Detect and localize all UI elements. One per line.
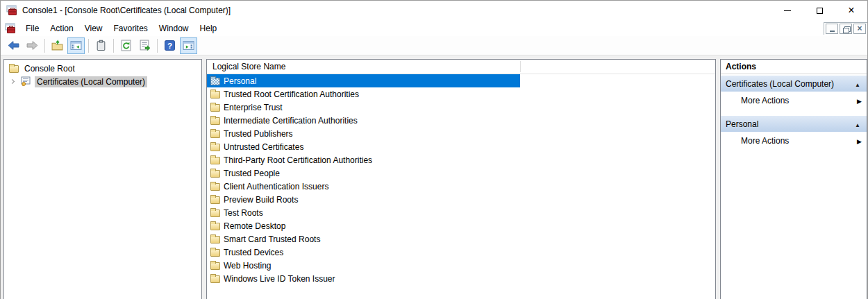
list-item-label: Client Authentication Issuers	[224, 182, 328, 191]
list-item[interactable]: Smart Card Trusted Roots	[207, 232, 520, 246]
column-header-label: Logical Store Name	[212, 62, 285, 71]
actions-section-certificates: Certificates (Local Computer) More Actio…	[721, 76, 867, 110]
list-item[interactable]: Remote Desktop	[207, 219, 520, 232]
minimize-button[interactable]	[771, 1, 803, 20]
show-hide-console-tree-button[interactable]	[67, 37, 85, 54]
folder-icon	[210, 249, 220, 257]
list-item-label: Untrusted Certificates	[224, 142, 303, 152]
folder-icon	[210, 262, 220, 270]
folder-icon	[210, 210, 220, 217]
more-actions-label: More Actions	[741, 136, 789, 146]
list-item[interactable]: Third-Party Root Certification Authoriti…	[207, 153, 520, 166]
list-item[interactable]: Preview Build Roots	[207, 193, 520, 206]
refresh-button[interactable]	[117, 37, 135, 54]
menu-file[interactable]: File	[20, 22, 44, 35]
folder-icon	[210, 236, 220, 244]
export-list-button[interactable]	[136, 37, 153, 54]
list-item-label: Web Hosting	[224, 261, 271, 271]
list-item-label: Third-Party Root Certification Authoriti…	[224, 155, 372, 165]
submenu-arrow-icon	[857, 136, 862, 146]
list-item-label: Smart Card Trusted Roots	[224, 234, 320, 244]
folder-icon	[210, 144, 220, 151]
child-restore-button[interactable]	[840, 24, 852, 34]
tree-item-console-root[interactable]: Console Root	[4, 62, 201, 75]
up-one-level-button[interactable]	[49, 37, 66, 54]
menu-favorites[interactable]: Favorites	[108, 22, 153, 35]
folder-icon	[210, 130, 220, 138]
refresh-icon	[120, 40, 132, 51]
list-item[interactable]: Trusted Publishers	[207, 127, 520, 140]
collapse-icon[interactable]	[855, 79, 860, 89]
mmc-app-icon	[6, 5, 17, 16]
toolbar-separator	[113, 39, 114, 53]
menu-action[interactable]: Action	[44, 22, 78, 35]
list-item[interactable]: Intermediate Certification Authorities	[207, 114, 520, 127]
toolbar-separator	[88, 39, 89, 53]
menu-help[interactable]: Help	[194, 22, 223, 35]
folder-up-icon	[51, 40, 63, 51]
list-item-label: Test Roots	[224, 208, 263, 218]
list-item[interactable]: Enterprise Trust	[207, 101, 520, 114]
close-icon	[848, 5, 854, 16]
actions-section-header-label: Personal	[726, 119, 758, 129]
list-item-label: Intermediate Certification Authorities	[224, 116, 358, 126]
tree-item-label: Certificates (Local Computer)	[35, 76, 147, 87]
list-item[interactable]: Web Hosting	[207, 259, 520, 272]
list-item[interactable]: Trusted Root Certification Authorities	[207, 87, 520, 101]
column-divider[interactable]	[520, 61, 521, 72]
list-item-label: Personal	[224, 76, 256, 86]
store-list-panel: Logical Store Name Personal Trusted Root…	[206, 59, 716, 299]
actions-section-header[interactable]: Certificates (Local Computer)	[721, 76, 867, 92]
folder-icon	[210, 275, 220, 283]
list-item[interactable]: Windows Live ID Token Issuer	[207, 272, 520, 285]
actions-section-personal: Personal More Actions	[721, 116, 867, 150]
child-window-controls	[824, 22, 867, 35]
menu-window[interactable]: Window	[153, 22, 194, 35]
actions-section-header[interactable]: Personal	[721, 116, 867, 132]
folder-icon	[210, 117, 220, 125]
mmc-child-icon	[5, 23, 16, 34]
tree-item-certificates[interactable]: Certificates (Local Computer)	[4, 75, 201, 88]
action-pane-icon	[183, 40, 194, 51]
list-item-label: Enterprise Trust	[224, 103, 283, 112]
maximize-icon	[817, 8, 823, 14]
list-item-label: Trusted Root Certification Authorities	[224, 89, 359, 99]
folder-icon	[210, 183, 220, 191]
show-hide-action-pane-button[interactable]	[180, 37, 197, 54]
toolbar-separator	[44, 39, 45, 53]
list-item-label: Preview Build Roots	[224, 195, 298, 205]
console-tree-panel: Console Root Certificates (Local Compute…	[3, 59, 202, 299]
menu-view[interactable]: View	[79, 22, 108, 35]
console-tree-icon	[70, 40, 82, 51]
help-button[interactable]: ?	[161, 37, 178, 54]
list-item[interactable]: Trusted Devices	[207, 246, 520, 259]
close-button[interactable]	[835, 1, 867, 20]
export-list-icon	[139, 40, 151, 51]
chevron-right-icon[interactable]	[10, 79, 15, 84]
folder-icon	[210, 104, 220, 112]
list-item[interactable]: Test Roots	[207, 206, 520, 219]
column-header-logical-store-name[interactable]: Logical Store Name	[207, 60, 715, 74]
actions-pane-title: Actions	[721, 60, 867, 74]
maximize-button[interactable]	[803, 1, 835, 20]
list-item-personal[interactable]: Personal	[207, 74, 520, 87]
list-item-label: Trusted People	[224, 169, 280, 178]
folder-icon	[210, 91, 220, 99]
more-actions-item[interactable]: More Actions	[721, 92, 867, 110]
list-item[interactable]: Trusted People	[207, 166, 520, 180]
folder-icon	[210, 196, 220, 204]
back-button[interactable]	[5, 37, 22, 54]
submenu-arrow-icon	[857, 96, 862, 105]
forward-arrow-icon	[26, 40, 38, 51]
child-close-button[interactable]	[853, 24, 866, 34]
toolbar: ?	[1, 36, 867, 55]
certificates-snapin-icon	[20, 76, 31, 87]
more-actions-item[interactable]: More Actions	[721, 132, 867, 150]
clipboard-icon	[95, 40, 107, 51]
list-item[interactable]: Untrusted Certificates	[207, 140, 520, 153]
forward-button[interactable]	[24, 37, 41, 54]
collapse-icon[interactable]	[855, 119, 860, 129]
list-item[interactable]: Client Authentication Issuers	[207, 180, 520, 193]
child-minimize-button[interactable]	[826, 24, 838, 34]
paste-button[interactable]	[92, 37, 110, 54]
